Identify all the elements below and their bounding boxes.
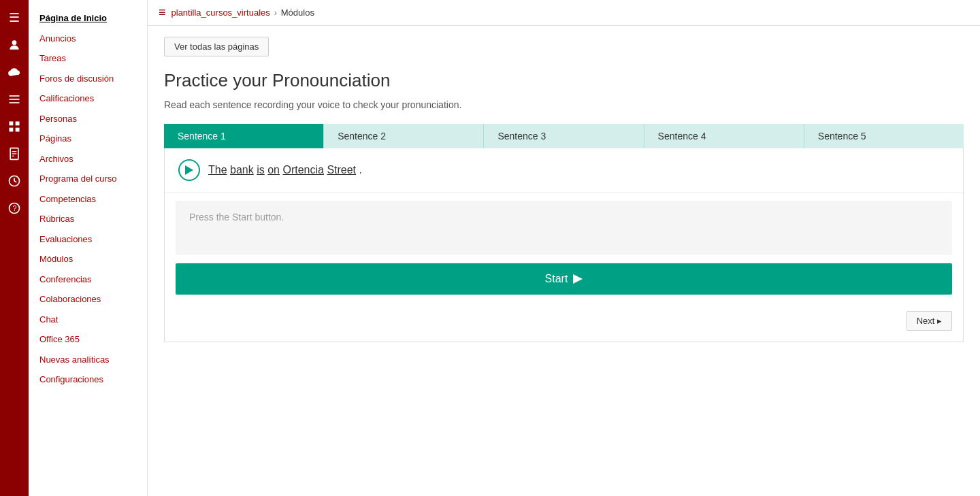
nav-configuraciones[interactable]: Configuraciones [29,369,147,390]
icon-sidebar: ☰ ? [0,0,29,496]
svg-rect-6 [10,128,14,132]
sentence-tabs: Sentence 1 Sentence 2 Sentence 3 Sentenc… [164,124,964,148]
nav-evaluaciones[interactable]: Evaluaciones [29,229,147,250]
start-button-label: Start [545,273,568,285]
nav-inicio[interactable]: Página de Inicio [29,8,147,29]
nav-rubricas[interactable]: Rúbricas [29,209,147,229]
svg-line-14 [14,181,16,182]
nav-sidebar: Página de Inicio Anuncios Tareas Foros d… [29,0,148,496]
nav-office365[interactable]: Office 365 [29,329,147,350]
next-area: Next ▸ [165,305,963,342]
word-on: on [267,164,280,176]
svg-rect-1 [10,95,20,97]
ver-todas-paginas-button[interactable]: Ver todas las páginas [164,37,269,56]
svg-point-0 [12,40,17,45]
nav-anuncios[interactable]: Anuncios [29,29,147,49]
nav-conferencias[interactable]: Conferencias [29,269,147,290]
cloud-icon[interactable] [2,60,27,84]
tab-sentence-4[interactable]: Sentence 4 [644,124,804,148]
word-the: The [208,164,227,176]
word-street: Street [327,164,356,176]
breadcrumb-separator: › [274,8,277,18]
breadcrumb-current: Módulos [281,7,314,18]
clock-icon[interactable] [2,169,27,193]
page-title: Practice your Pronounciation [164,70,964,91]
nav-analiticas[interactable]: Nuevas analíticas [29,350,147,370]
nav-archivos[interactable]: Archivos [29,149,147,169]
nav-personas[interactable]: Personas [29,109,147,129]
recording-area: Press the Start button. [176,201,952,255]
nav-chat[interactable]: Chat [29,310,147,330]
sentence-text: The bank is on Ortencia Street . [208,164,362,176]
svg-rect-4 [10,122,14,126]
sentence-display: The bank is on Ortencia Street . [165,148,963,193]
page-subtitle: Read each sentence recording your voice … [164,99,964,110]
svg-rect-2 [10,99,20,100]
tab-sentence-5[interactable]: Sentence 5 [804,124,964,148]
tab-sentence-3[interactable]: Sentence 3 [484,124,644,148]
nav-programa[interactable]: Programa del curso [29,169,147,189]
content-area: Ver todas las páginas Practice your Pron… [148,26,980,496]
hamburger-icon[interactable]: ☰ [2,5,27,30]
svg-rect-7 [16,128,20,132]
tab-sentence-2[interactable]: Sentence 2 [324,124,484,148]
word-ortencia: Ortencia [282,164,323,176]
topbar-hamburger-icon[interactable]: ≡ [159,5,166,20]
svg-rect-5 [16,122,20,126]
nav-modulos[interactable]: Módulos [29,249,147,269]
nav-tareas[interactable]: Tareas [29,48,147,69]
breadcrumb: plantilla_cursos_virtuales › Módulos [172,7,314,18]
question-icon[interactable]: ? [2,196,27,220]
document-icon[interactable] [2,142,27,166]
user-icon[interactable] [2,33,27,57]
start-button[interactable]: Start [176,263,952,295]
recording-placeholder: Press the Start button. [189,212,284,222]
nav-foros[interactable]: Foros de discusión [29,69,147,89]
main-content: ≡ plantilla_cursos_virtuales › Módulos V… [148,0,980,496]
play-button[interactable] [178,159,200,181]
word-is: is [257,164,265,176]
grid-icon[interactable] [2,114,27,139]
svg-marker-17 [185,165,193,175]
word-bank: bank [230,164,254,176]
next-button[interactable]: Next ▸ [906,311,952,331]
pronunciation-panel: The bank is on Ortencia Street . Press t… [164,148,964,342]
tab-sentence-1[interactable]: Sentence 1 [164,124,324,148]
svg-text:?: ? [13,204,17,212]
top-bar: ≡ plantilla_cursos_virtuales › Módulos [148,0,980,26]
breadcrumb-link-course[interactable]: plantilla_cursos_virtuales [172,7,270,18]
list-icon[interactable] [2,87,27,112]
nav-competencias[interactable]: Competencias [29,189,147,210]
svg-rect-3 [10,102,20,103]
nav-colaboraciones[interactable]: Colaboraciones [29,289,147,310]
nav-paginas[interactable]: Páginas [29,129,147,149]
svg-marker-18 [573,274,583,284]
nav-calificaciones[interactable]: Calificaciones [29,88,147,109]
